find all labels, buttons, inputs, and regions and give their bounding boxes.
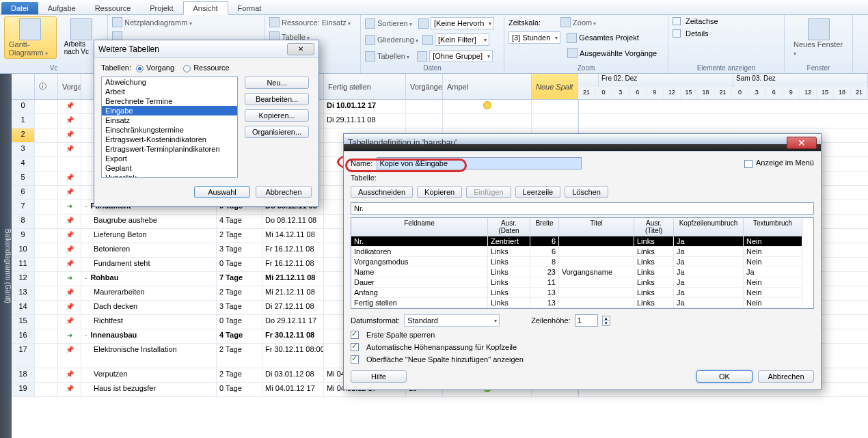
cell-mode[interactable]	[58, 383, 81, 396]
cell-name[interactable]: Haus ist bezugsfer	[81, 383, 217, 396]
highlight-combo[interactable]: [Keine Hervorh	[431, 17, 494, 29]
cell-duration[interactable]: 7 Tage	[217, 272, 262, 286]
cell-mode[interactable]	[58, 143, 81, 156]
cell-name[interactable]: Baugrube aushebe	[81, 215, 217, 228]
cell-duration[interactable]: 2 Tage	[217, 344, 262, 368]
cell-duration[interactable]: 4 Tage	[217, 215, 262, 228]
cell-name[interactable]: -Rohbau	[81, 272, 217, 286]
cell-info[interactable]	[35, 157, 58, 171]
cell-info[interactable]	[35, 368, 58, 382]
list-item[interactable]: Einschränkungstermine	[102, 125, 237, 135]
cell-name[interactable]: Fundament steht	[81, 258, 217, 271]
list-item[interactable]: Abweichung	[102, 77, 237, 87]
cell-info[interactable]	[35, 229, 58, 243]
sort-button[interactable]: Sortieren	[377, 19, 412, 27]
cell-info[interactable]	[35, 100, 58, 113]
cell-start[interactable]: Mi 21.12.11 08	[262, 272, 324, 286]
whole-project-button[interactable]: Gesamtes Projekt	[579, 33, 638, 42]
radio-task[interactable]	[136, 65, 144, 72]
edit-field[interactable]: Nr.	[351, 202, 814, 215]
radio-resource[interactable]	[183, 65, 191, 72]
tables2-button[interactable]: Tabellen	[377, 52, 409, 60]
cell-pred[interactable]	[406, 100, 443, 113]
timescale-combo[interactable]: [3] Stunden	[508, 31, 560, 44]
cell-start[interactable]: Mi 21.12.11 08	[262, 286, 324, 300]
cell-mode[interactable]	[58, 243, 81, 257]
cell-info[interactable]	[35, 329, 58, 343]
cell-name[interactable]: Verputzen	[81, 368, 217, 382]
name-input[interactable]	[377, 157, 582, 169]
col-finish[interactable]: Fertig stellen	[324, 74, 406, 99]
table-row[interactable]: Fertig stellenLinks13LinksJaNein	[351, 298, 813, 308]
lock-first-col-checkbox[interactable]	[351, 331, 359, 339]
cell-name[interactable]: Maurerarbeiten	[81, 286, 217, 300]
table-row[interactable]: DauerLinks11LinksJaNein	[351, 277, 813, 288]
cell-rownum[interactable]: 12	[12, 272, 35, 286]
list-item[interactable]: Eingabe	[102, 106, 237, 115]
cell-info[interactable]	[35, 301, 58, 314]
cell-rownum[interactable]: 0	[12, 100, 35, 113]
timeline-checkbox[interactable]	[673, 17, 681, 25]
new-window-button[interactable]: Neues Fenster	[789, 16, 848, 59]
cell-new[interactable]	[532, 114, 578, 128]
gantt-cell[interactable]	[578, 100, 868, 113]
cell-ampel[interactable]	[443, 114, 532, 128]
select-button[interactable]: Auswahl	[194, 186, 250, 198]
tab-resource[interactable]: Ressource	[85, 2, 141, 14]
col-rownum[interactable]	[12, 74, 35, 99]
list-item[interactable]: Export	[102, 154, 237, 163]
cell-rownum[interactable]: 17	[12, 344, 35, 368]
blankrow-button[interactable]: Leerzeile	[515, 186, 561, 198]
copy-button[interactable]: Kopieren...	[245, 109, 309, 122]
cell-rownum[interactable]: 6	[12, 186, 35, 200]
help-button[interactable]: Hilfe	[351, 370, 407, 383]
cell-rownum[interactable]: 3	[12, 143, 35, 156]
table-row[interactable]: AnfangLinks13LinksJaNein	[351, 288, 813, 298]
show-newcol-checkbox[interactable]	[351, 355, 359, 364]
col-new[interactable]: Neue Spalt	[532, 74, 578, 99]
cell-mode[interactable]	[58, 186, 81, 200]
col-info[interactable]: ⓘ	[35, 74, 58, 99]
cell-rownum[interactable]: 14	[12, 301, 35, 314]
cell-duration[interactable]: 2 Tage	[217, 368, 262, 382]
copy-button[interactable]: Kopieren	[417, 186, 462, 198]
cell-mode[interactable]	[58, 200, 81, 214]
tab-task[interactable]: Aufgabe	[38, 2, 85, 14]
cell-mode[interactable]	[58, 301, 81, 314]
table-row[interactable]: VorgangsmodusLinks8LinksJaNein	[351, 257, 813, 267]
cell-start[interactable]: Do 29.12.11 17	[262, 315, 324, 329]
ok-button[interactable]: OK	[696, 370, 752, 383]
table-row[interactable]: Nr.Zentriert6LinksJaNein	[351, 236, 813, 247]
cell-start[interactable]: Di 03.01.12 08	[262, 368, 324, 382]
cell-info[interactable]	[35, 200, 58, 214]
col-ampel[interactable]: Ampel	[443, 74, 532, 99]
delete-button[interactable]: Löschen	[565, 186, 608, 198]
cell-rownum[interactable]: 16	[12, 329, 35, 343]
cell-ampel[interactable]	[443, 100, 532, 113]
cell-start[interactable]: Fr 16.12.11 08	[262, 258, 324, 271]
cell-info[interactable]	[35, 186, 58, 200]
gantt-cell[interactable]	[578, 114, 868, 128]
cell-mode[interactable]	[58, 315, 81, 329]
auto-height-checkbox[interactable]	[351, 343, 359, 351]
cell-rownum[interactable]: 8	[12, 215, 35, 228]
cell-mode[interactable]	[58, 172, 81, 185]
cell-start[interactable]: Fr 16.12.11 08	[262, 243, 324, 257]
cell-duration[interactable]: 0 Tage	[217, 258, 262, 271]
cell-duration[interactable]: 2 Tage	[217, 286, 262, 300]
list-item[interactable]: Ertragswert-Kostenindikatoren	[102, 135, 237, 144]
cell-start[interactable]: Fr 30.12.11 08	[262, 329, 324, 343]
cell-start[interactable]: Fr 30.12.11 08:00	[262, 344, 324, 368]
cell-duration[interactable]: 0 Tage	[217, 383, 262, 396]
tables-list[interactable]: AbweichungArbeitBerechnete TermineEingab…	[101, 77, 238, 178]
cell-start[interactable]: Mi 14.12.11 08	[262, 229, 324, 243]
view-bar[interactable]: Balkendiagramm (Gantt)	[0, 74, 12, 438]
list-item[interactable]: Geplant	[102, 163, 237, 173]
show-in-menu-checkbox[interactable]	[744, 160, 752, 168]
cell-rownum[interactable]: 18	[12, 368, 35, 382]
tab-format[interactable]: Format	[228, 2, 271, 14]
cell-duration[interactable]: 2 Tage	[217, 229, 262, 243]
tab-view[interactable]: Ansicht	[183, 1, 228, 15]
list-item[interactable]: Ertragswert-Terminplanindikatoren	[102, 144, 237, 154]
cell-rownum[interactable]: 1	[12, 114, 35, 128]
